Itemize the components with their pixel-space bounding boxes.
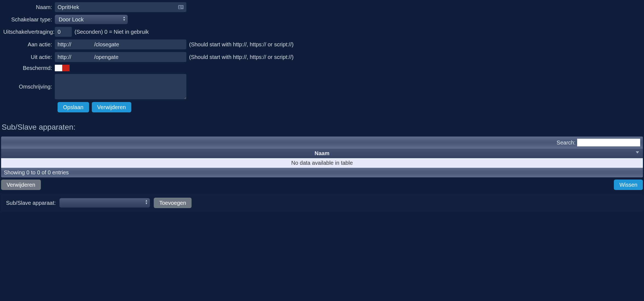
hint-uit-actie: (Should start with http://, https:// or … (189, 54, 293, 60)
select-value: Door Lock (59, 16, 84, 23)
label-uitschakelvertraging: Uitschakelvertraging: (3, 29, 55, 35)
label-beschermd: Beschermd: (3, 65, 55, 71)
table-info: Showing 0 to 0 of 0 entries (1, 168, 643, 177)
wissen-button[interactable]: Wissen (614, 180, 643, 190)
search-label: Search: (557, 140, 575, 146)
label-omschrijving: Omschrijving: (3, 84, 55, 90)
aan-actie-input[interactable] (55, 39, 186, 49)
uit-actie-input[interactable] (55, 52, 186, 62)
toevoegen-button[interactable]: Toevoegen (154, 198, 192, 208)
search-input[interactable] (577, 139, 640, 146)
chevron-updown-icon: ▲▼ (123, 16, 126, 21)
hint-aan-actie: (Should start with http://, https:// or … (189, 41, 293, 48)
schakelaar-type-select[interactable]: Door Lock ▲▼ (55, 15, 128, 24)
column-header-naam[interactable]: Naam (1, 149, 643, 158)
svg-rect-2 (179, 8, 181, 8)
label-aan-actie: Aan actie: (3, 41, 55, 48)
device-form: Naam: Schakelaar type: Door Lock ▲▼ Uits… (0, 0, 644, 115)
naam-input[interactable] (55, 2, 186, 12)
svg-rect-3 (181, 6, 183, 7)
subslave-table: Search: Naam No data available in table … (1, 137, 643, 177)
uitschakelvertraging-input[interactable] (55, 27, 72, 37)
subslave-apparaat-select[interactable]: ▲▼ (59, 198, 150, 208)
contact-card-icon (178, 5, 184, 9)
subslave-apparaat-label: Sub/Slave apparaat: (6, 200, 56, 206)
hint-uitschakelvertraging: (Seconden) 0 = Niet in gebruik (75, 29, 149, 35)
beschermd-toggle[interactable] (55, 65, 70, 71)
verwijderen-button[interactable]: Verwijderen (92, 102, 132, 112)
label-uit-actie: Uit actie: (3, 54, 55, 60)
table-empty-row: No data available in table (1, 158, 643, 168)
label-schakelaar-type: Schakelaar type: (3, 16, 55, 23)
label-naam: Naam: (3, 4, 55, 10)
toggle-knob (55, 65, 62, 71)
opslaan-button[interactable]: Opslaan (58, 102, 89, 112)
sort-desc-icon (636, 151, 639, 154)
omschrijving-textarea[interactable] (55, 74, 186, 99)
subslave-verwijderen-button[interactable]: Verwijderen (1, 180, 41, 190)
svg-rect-4 (181, 7, 183, 8)
subslave-title: Sub/Slave apparaten: (2, 123, 644, 132)
chevron-updown-icon: ▲▼ (145, 199, 148, 205)
svg-point-1 (179, 6, 180, 7)
